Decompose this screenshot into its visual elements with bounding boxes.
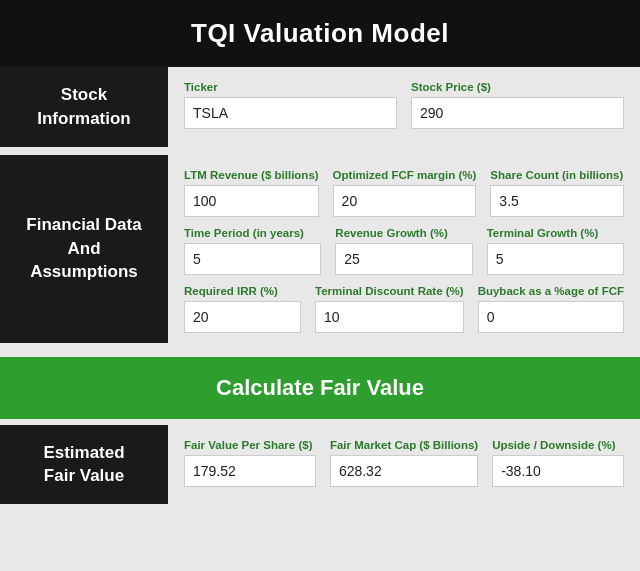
required-irr-group: Required IRR (%) (184, 285, 301, 333)
fair-value-per-share-group: Fair Value Per Share ($) (184, 439, 316, 487)
upside-downside-group: Upside / Downside (%) (492, 439, 624, 487)
fair-market-cap-label: Fair Market Cap ($ Billions) (330, 439, 478, 451)
stock-price-label: Stock Price ($) (411, 81, 624, 93)
time-period-input[interactable] (184, 243, 321, 275)
stock-price-input[interactable] (411, 97, 624, 129)
stock-price-field-group: Stock Price ($) (411, 81, 624, 129)
estimated-fair-value-content: Fair Value Per Share ($) Fair Market Cap… (168, 425, 640, 505)
ticker-input[interactable] (184, 97, 397, 129)
fair-value-per-share-label: Fair Value Per Share ($) (184, 439, 316, 451)
ticker-label: Ticker (184, 81, 397, 93)
financial-data-content: LTM Revenue ($ billions) Optimized FCF m… (168, 155, 640, 343)
buyback-label: Buyback as a %age of FCF (478, 285, 624, 297)
share-count-group: Share Count (in billions) (490, 169, 624, 217)
buyback-group: Buyback as a %age of FCF (478, 285, 624, 333)
terminal-growth-input[interactable] (487, 243, 624, 275)
upside-downside-label: Upside / Downside (%) (492, 439, 624, 451)
estimated-fields-row: Fair Value Per Share ($) Fair Market Cap… (184, 439, 624, 487)
financial-row-3: Required IRR (%) Terminal Discount Rate … (184, 285, 624, 333)
stock-fields-row: Ticker Stock Price ($) (184, 81, 624, 129)
revenue-growth-group: Revenue Growth (%) (335, 227, 472, 275)
financial-row-1: LTM Revenue ($ billions) Optimized FCF m… (184, 169, 624, 217)
ltm-revenue-group: LTM Revenue ($ billions) (184, 169, 319, 217)
page-title: TQI Valuation Model (0, 0, 640, 67)
fcf-margin-label: Optimized FCF margin (%) (333, 169, 477, 181)
ticker-field-group: Ticker (184, 81, 397, 129)
terminal-discount-group: Terminal Discount Rate (%) (315, 285, 464, 333)
estimated-fair-value-label: EstimatedFair Value (0, 425, 168, 505)
fcf-margin-group: Optimized FCF margin (%) (333, 169, 477, 217)
ltm-revenue-label: LTM Revenue ($ billions) (184, 169, 319, 181)
share-count-label: Share Count (in billions) (490, 169, 624, 181)
share-count-input[interactable] (490, 185, 624, 217)
stock-information-content: Ticker Stock Price ($) (168, 67, 640, 147)
calculate-fair-value-button[interactable]: Calculate Fair Value (0, 357, 640, 419)
fair-market-cap-input[interactable] (330, 455, 478, 487)
financial-data-label: Financial DataAndAssumptions (0, 155, 168, 343)
required-irr-label: Required IRR (%) (184, 285, 301, 297)
terminal-growth-label: Terminal Growth (%) (487, 227, 624, 239)
time-period-group: Time Period (in years) (184, 227, 321, 275)
financial-row-2: Time Period (in years) Revenue Growth (%… (184, 227, 624, 275)
fair-value-per-share-input[interactable] (184, 455, 316, 487)
terminal-discount-label: Terminal Discount Rate (%) (315, 285, 464, 297)
fcf-margin-input[interactable] (333, 185, 477, 217)
required-irr-input[interactable] (184, 301, 301, 333)
fair-market-cap-group: Fair Market Cap ($ Billions) (330, 439, 478, 487)
estimated-fair-value-section: EstimatedFair Value Fair Value Per Share… (0, 425, 640, 505)
time-period-label: Time Period (in years) (184, 227, 321, 239)
buyback-input[interactable] (478, 301, 624, 333)
upside-downside-input[interactable] (492, 455, 624, 487)
stock-information-label: StockInformation (0, 67, 168, 147)
financial-data-section: Financial DataAndAssumptions LTM Revenue… (0, 155, 640, 343)
ltm-revenue-input[interactable] (184, 185, 319, 217)
revenue-growth-label: Revenue Growth (%) (335, 227, 472, 239)
terminal-discount-input[interactable] (315, 301, 464, 333)
terminal-growth-group: Terminal Growth (%) (487, 227, 624, 275)
stock-information-section: StockInformation Ticker Stock Price ($) (0, 67, 640, 147)
revenue-growth-input[interactable] (335, 243, 472, 275)
